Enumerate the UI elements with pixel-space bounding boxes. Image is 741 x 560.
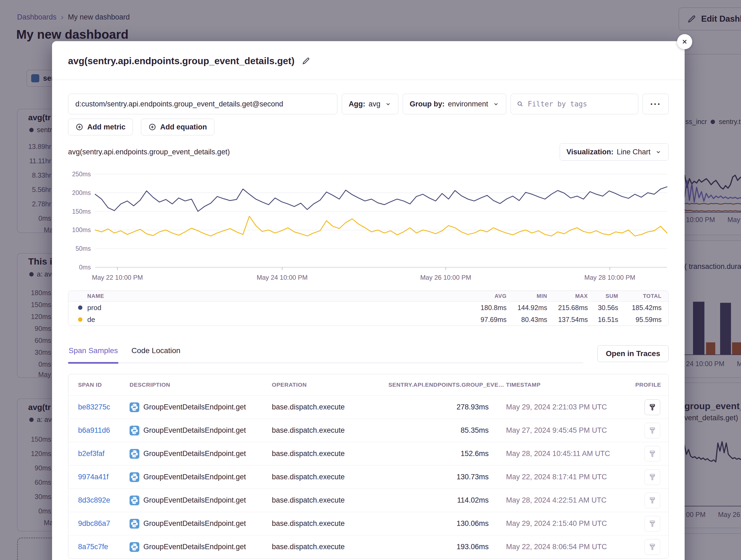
span-header-metric: SENTRY.API.ENDPOINTS.GROUP_EVE… [388,382,489,388]
python-icon [130,495,139,505]
summary-header-avg: AVG [461,293,507,299]
close-button[interactable] [677,34,692,49]
series-max: 215.68ms [547,304,588,312]
series-total: 95.59ms [618,316,662,324]
span-duration: 114.02ms [388,496,489,504]
svg-text:200ms: 200ms [72,189,91,196]
span-header-operation: OPERATION [272,382,388,388]
visualization-value: Line Chart [617,148,651,156]
add-metric-label: Add metric [87,123,126,131]
series-name: prod [87,304,102,312]
more-options-button[interactable]: ··· [643,94,669,114]
agg-value: avg [368,100,381,108]
filter-by-tags-input[interactable] [528,100,632,108]
series-max: 137.54ms [547,316,588,324]
chart-label: avg(sentry.api.endpoints.group_event_det… [68,148,230,156]
chevron-down-icon [385,100,392,107]
span-row: be83275c GroupEventDetailsEndpoint.get b… [68,395,668,419]
python-icon [130,402,139,412]
svg-text:50ms: 50ms [76,245,91,252]
span-samples-table: SPAN ID DESCRIPTION OPERATION SENTRY.API… [68,374,669,559]
python-icon [130,542,139,552]
add-equation-button[interactable]: Add equation [141,118,214,135]
close-icon [681,37,689,46]
profile-flashlight-icon [648,519,657,528]
span-description: GroupEventDetailsEndpoint.get [143,519,246,528]
span-timestamp: May 22, 2024 8:17:41 PM UTC [489,473,635,481]
span-operation: base.dispatch.execute [272,403,388,411]
span-timestamp: May 29, 2024 2:15:40 PM UTC [489,519,635,528]
groupby-label: Group by: [410,100,445,108]
series-color-dot [78,317,82,322]
metric-details-modal: avg(sentry.api.endpoints.group_event_det… [52,41,685,560]
profile-button[interactable] [645,493,660,508]
svg-text:May 22 10:00 PM: May 22 10:00 PM [92,274,143,281]
summary-header-sum: SUM [588,293,618,299]
series-name: de [87,315,95,324]
search-icon [516,100,524,108]
visualization-label: Visualization: [566,148,614,156]
profile-button[interactable] [645,516,660,532]
span-row: b6a911d6 GroupEventDetailsEndpoint.get b… [68,419,668,442]
series-avg: 180.8ms [461,304,507,312]
aggregation-select[interactable]: Agg: avg [342,94,398,114]
span-duration: 193.06ms [388,543,489,551]
profile-flashlight-icon [648,403,657,412]
span-row: 9974a41f GroupEventDetailsEndpoint.get b… [68,465,668,488]
profile-flashlight-icon [648,473,657,482]
span-duration: 130.73ms [388,473,489,481]
svg-text:250ms: 250ms [72,171,91,178]
add-metric-button[interactable]: Add metric [68,118,133,135]
span-operation: base.dispatch.execute [272,496,388,504]
span-id-link[interactable]: 8a75c7fe [78,543,130,551]
span-id-link[interactable]: 9dbc86a7 [78,519,130,528]
open-in-traces-button[interactable]: Open in Traces [597,345,669,362]
python-icon [130,472,139,482]
span-duration: 152.6ms [388,450,489,458]
svg-text:0ms: 0ms [79,264,91,271]
series-min: 144.92ms [507,304,547,312]
svg-text:May 24 10:00 PM: May 24 10:00 PM [257,274,308,281]
profile-button[interactable] [645,446,660,462]
agg-label: Agg: [348,100,365,108]
visualization-select[interactable]: Visualization: Line Chart [560,143,669,161]
profile-button[interactable] [645,399,660,415]
span-row: 9dbc86a7 GroupEventDetailsEndpoint.get b… [68,512,668,535]
edit-title-icon[interactable] [301,57,310,65]
span-row: 8a75c7fe GroupEventDetailsEndpoint.get b… [68,535,668,558]
span-id-link[interactable]: 9974a41f [78,473,130,481]
plus-circle-icon [75,123,83,131]
svg-text:150ms: 150ms [72,208,91,215]
summary-header-total: TOTAL [618,293,662,299]
span-duration: 130.06ms [388,519,489,528]
svg-text:100ms: 100ms [72,226,91,233]
modal-title: avg(sentry.api.endpoints.group_event_det… [68,56,294,66]
groupby-select[interactable]: Group by: environment [403,94,506,114]
series-min: 80.43ms [507,316,547,324]
span-id-link[interactable]: 8d3c892e [78,496,130,504]
add-equation-label: Add equation [160,123,207,131]
span-id-link[interactable]: be83275c [78,403,130,411]
python-icon [130,449,139,459]
span-description: GroupEventDetailsEndpoint.get [143,426,246,434]
series-color-dot [78,306,82,310]
span-id-link[interactable]: b2ef3faf [78,450,130,458]
span-operation: base.dispatch.execute [272,519,388,528]
svg-text:May 28 10:00 PM: May 28 10:00 PM [584,274,635,281]
span-timestamp: May 28, 2024 4:22:51 AM UTC [489,496,635,504]
profile-button[interactable] [645,423,660,438]
series-sum: 16.51s [588,316,618,324]
span-header-timestamp: TIMESTAMP [489,382,635,388]
profile-button[interactable] [645,539,660,555]
span-id-link[interactable]: b6a911d6 [78,426,130,434]
span-operation: base.dispatch.execute [272,543,388,551]
profile-flashlight-icon [648,542,657,552]
span-operation: base.dispatch.execute [272,450,388,458]
metric-query-input[interactable] [68,94,337,114]
plus-circle-icon [148,123,156,131]
tab-code-location[interactable]: Code Location [131,345,181,363]
profile-button[interactable] [645,469,660,485]
tab-span-samples[interactable]: Span Samples [68,345,119,363]
summary-header-row: NAME AVG MIN MAX SUM TOTAL [68,291,668,302]
profile-flashlight-icon [648,449,657,459]
